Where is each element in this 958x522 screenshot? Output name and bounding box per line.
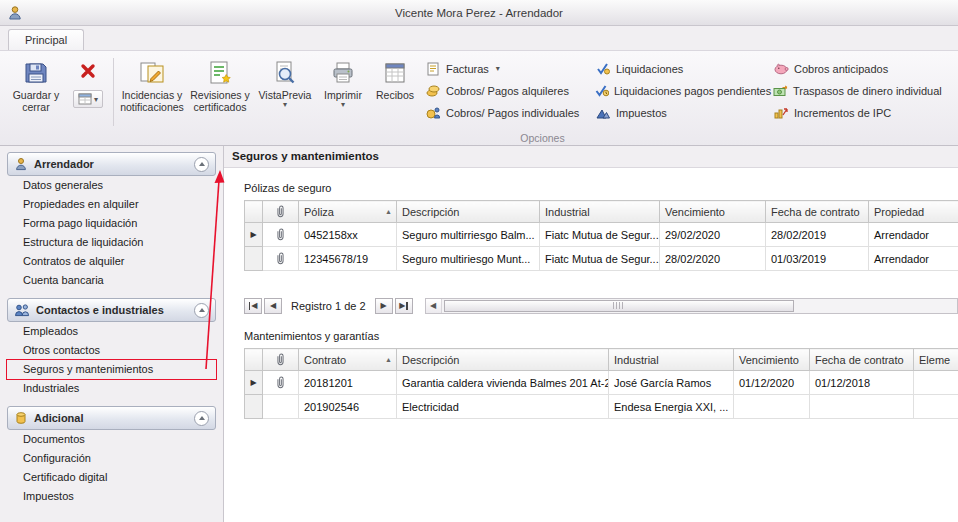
cell-descripcion[interactable]: Seguro multiriesgo Munt... (397, 247, 540, 271)
cell-contrato[interactable]: 201902546 (299, 395, 397, 419)
prev-record-button[interactable]: ◀ (264, 298, 282, 314)
scroll-left-button[interactable]: ◀ (426, 299, 442, 313)
next-record-button[interactable]: ▶ (375, 298, 393, 314)
sidebar-item-propiedades-en-alquiler[interactable]: Propiedades en alquiler (7, 195, 216, 214)
column-header-descripcion[interactable]: Descripción (397, 201, 540, 223)
column-header-elemento[interactable]: Eleme (914, 349, 958, 371)
chevron-up-icon[interactable] (194, 411, 209, 426)
cell-propiedad[interactable]: Arrendador (869, 247, 958, 271)
sidebar-item-industriales[interactable]: Industriales (7, 379, 216, 398)
liquidaciones-button[interactable]: Liquidaciones (595, 60, 761, 77)
column-header-vencimiento[interactable]: Vencimiento (660, 201, 766, 223)
impuestos-button[interactable]: Impuestos (595, 104, 761, 121)
window-title: Vicente Mora Perez - Arrendador (0, 7, 958, 19)
horizontal-scrollbar[interactable]: ◀ (425, 298, 958, 314)
cell-vencimiento[interactable]: 01/12/2020 (734, 371, 810, 395)
sidebar-group-arrendador[interactable]: Arrendador (7, 152, 216, 176)
sidebar-group-adicional[interactable]: Adicional (7, 406, 216, 430)
column-header-vencimiento[interactable]: Vencimiento (734, 349, 810, 371)
sidebar-item-datos-generales[interactable]: Datos generales (7, 176, 216, 195)
row-indicator-header (245, 349, 263, 371)
traspasos-button[interactable]: Traspasos de dinero individual (773, 82, 941, 99)
current-row-indicator: ▶ (245, 371, 263, 395)
table-row[interactable]: ▶ 0452158xx Seguro multirriesgo Balm... … (245, 223, 958, 247)
attachment-cell[interactable] (263, 395, 299, 419)
cell-poliza[interactable]: 0452158xx (299, 223, 397, 247)
cobros-pagos-alquileres-label: Cobros/ Pagos alquileres (446, 85, 569, 97)
cell-contrato[interactable]: 20181201 (299, 371, 397, 395)
cobros-pagos-alquileres-button[interactable]: Cobros/ Pagos alquileres (425, 82, 583, 99)
cell-industrial[interactable]: Fiatc Mutua de Segur... (540, 247, 660, 271)
facturas-button[interactable]: Facturas ▾ (425, 60, 583, 77)
cell-fecha[interactable]: 01/03/2019 (766, 247, 869, 271)
last-record-button[interactable]: ▶ (395, 298, 413, 314)
cobros-pagos-individuales-button[interactable]: Cobros/ Pagos individuales (425, 104, 583, 121)
sidebar-item-otros-contactos[interactable]: Otros contactos (7, 341, 216, 360)
chevron-up-icon[interactable] (194, 157, 209, 172)
column-header-fecha-contrato[interactable]: Fecha de contrato (766, 201, 869, 223)
tab-principal[interactable]: Principal (8, 29, 84, 50)
attachment-cell[interactable] (263, 371, 299, 395)
cell-vencimiento[interactable]: 29/02/2020 (660, 223, 766, 247)
incidencias-button[interactable]: Incidencias y notificaciones (119, 54, 185, 130)
sidebar-item-configuracion[interactable]: Configuración (7, 449, 216, 468)
revisiones-button[interactable]: Revisiones y certificados (185, 54, 255, 130)
column-header-propiedad[interactable]: Propiedad (869, 201, 958, 223)
cell-elemento[interactable] (914, 395, 958, 419)
column-header-fecha-contrato[interactable]: Fecha de contrato (810, 349, 914, 371)
cell-vencimiento[interactable] (734, 395, 810, 419)
sidebar-group-contactos[interactable]: Contactos e industriales (7, 298, 216, 322)
cell-poliza[interactable]: 12345678/19 (299, 247, 397, 271)
delete-button[interactable] (74, 58, 102, 84)
cell-elemento[interactable] (914, 371, 958, 395)
sidebar-item-seguros-y-mantenimientos[interactable]: Seguros y mantenimientos (7, 360, 216, 379)
scrollbar-thumb[interactable] (444, 300, 794, 312)
column-header-descripcion[interactable]: Descripción (397, 349, 609, 371)
attachment-column-header[interactable] (263, 349, 299, 371)
navigation-sidebar: Arrendador Datos generales Propiedades e… (0, 146, 224, 522)
cobros-anticipados-button[interactable]: Cobros anticipados (773, 60, 941, 77)
attachment-cell[interactable] (263, 247, 299, 271)
first-record-button[interactable]: ◀ (244, 298, 262, 314)
sidebar-item-cuenta-bancaria[interactable]: Cuenta bancaria (7, 271, 216, 290)
sidebar-item-empleados[interactable]: Empleados (7, 322, 216, 341)
sidebar-item-certificado-digital[interactable]: Certificado digital (7, 468, 216, 487)
column-header-industrial[interactable]: Industrial (540, 201, 660, 223)
cell-fecha[interactable] (810, 395, 914, 419)
attachment-column-header[interactable] (263, 201, 299, 223)
column-header-contrato[interactable]: Contrato▲ (299, 349, 397, 371)
imprimir-button[interactable]: Imprimir ▾ (315, 54, 371, 130)
column-header-industrial[interactable]: Industrial (609, 349, 734, 371)
sidebar-item-impuestos[interactable]: Impuestos (7, 487, 216, 506)
cell-fecha[interactable]: 01/12/2018 (810, 371, 914, 395)
sidebar-item-documentos[interactable]: Documentos (7, 430, 216, 449)
cell-industrial[interactable]: Fiatc Mutua de Segur... (540, 223, 660, 247)
table-row[interactable]: 201902546 Electricidad Endesa Energia XX… (245, 395, 958, 419)
incrementos-ipc-button[interactable]: Incrementos de IPC (773, 104, 941, 121)
liquidaciones-pendientes-button[interactable]: Liquidaciones pagos pendientes (595, 82, 761, 99)
chevron-up-icon[interactable] (194, 303, 209, 318)
table-row[interactable]: 12345678/19 Seguro multiriesgo Munt... F… (245, 247, 958, 271)
cell-propiedad[interactable]: Arrendador (869, 223, 958, 247)
grid-dropdown-button[interactable]: ▾ (73, 90, 103, 108)
cell-descripcion[interactable]: Garantia caldera vivienda Balmes 201 At-… (397, 371, 609, 395)
cell-industrial[interactable]: José García Ramos (609, 371, 734, 395)
column-header-poliza[interactable]: Póliza▲ (299, 201, 397, 223)
cell-vencimiento[interactable]: 28/02/2020 (660, 247, 766, 271)
cell-descripcion[interactable]: Seguro multirriesgo Balm... (397, 223, 540, 247)
recibos-button[interactable]: Recibos (371, 54, 419, 130)
cell-descripcion[interactable]: Electricidad (397, 395, 609, 419)
save-close-button[interactable]: Guardar y cerrar (4, 54, 68, 130)
paperclip-icon (275, 205, 286, 218)
vistaprevia-button[interactable]: VistaPrevia ▾ (255, 54, 315, 130)
sidebar-item-estructura-de-liquidacion[interactable]: Estructura de liquidación (7, 233, 216, 252)
sidebar-item-contratos-de-alquiler[interactable]: Contratos de alquiler (7, 252, 216, 271)
attachment-cell[interactable] (263, 223, 299, 247)
paperclip-icon (275, 376, 286, 389)
cell-fecha[interactable]: 28/02/2019 (766, 223, 869, 247)
sidebar-item-forma-pago-liquidacion[interactable]: Forma pago liquidación (7, 214, 216, 233)
incrementos-ipc-label: Incrementos de IPC (794, 107, 891, 119)
table-row[interactable]: ▶ 20181201 Garantia caldera vivienda Bal… (245, 371, 958, 395)
scrollbar-track[interactable] (442, 299, 957, 313)
cell-industrial[interactable]: Endesa Energia XXI, ... (609, 395, 734, 419)
